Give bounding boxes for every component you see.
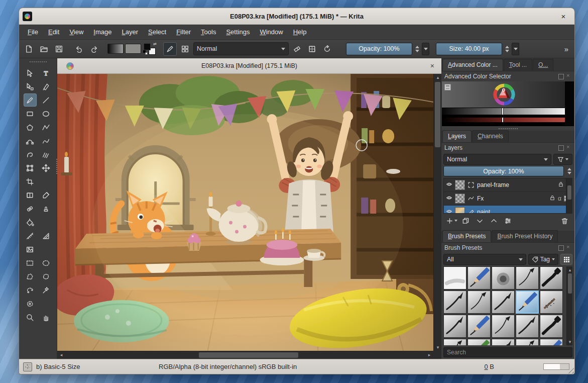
float-docker-icon[interactable]: [558, 74, 564, 79]
add-layer-button[interactable]: [445, 215, 457, 226]
layer-opacity-slider[interactable]: Opacity: 100%: [443, 166, 564, 176]
layer-row-selected[interactable]: paint α: [444, 206, 572, 214]
menu-image[interactable]: Image: [89, 26, 116, 38]
brush-preset-pencil-blue[interactable]: [540, 339, 563, 345]
shade-strip-gray[interactable]: [442, 108, 565, 115]
open-document-button[interactable]: [37, 42, 51, 56]
canvas-artwork[interactable]: [57, 74, 433, 351]
scroll-up-arrow[interactable]: ▴: [567, 266, 573, 273]
move-layer-down-button[interactable]: [474, 215, 486, 226]
brush-preset-pen[interactable]: [443, 315, 466, 338]
tool-multibrush[interactable]: [40, 148, 53, 161]
current-brush-icon[interactable]: [23, 362, 32, 371]
menu-tools[interactable]: Tools: [196, 26, 220, 38]
scroll-up-arrow[interactable]: ▴: [434, 74, 442, 81]
tool-reference-images[interactable]: [24, 243, 37, 256]
layers-docker-header[interactable]: Layers: [441, 143, 574, 153]
tool-select-rectangular[interactable]: [24, 256, 37, 269]
menu-filter[interactable]: Filter: [172, 26, 195, 38]
brush-preset-ink[interactable]: [516, 266, 539, 290]
tool-freehand-brush[interactable]: [24, 93, 37, 107]
brush-preset-pencil-blue[interactable]: [516, 291, 539, 314]
tool-pattern-stamp[interactable]: [40, 202, 53, 215]
brush-presets-header[interactable]: Brush Presets: [441, 243, 574, 253]
tool-dynamic-brush[interactable]: [24, 148, 37, 161]
scroll-down-arrow[interactable]: ▾: [434, 344, 442, 351]
reload-preset-button[interactable]: [320, 42, 334, 56]
default-colors-icon[interactable]: [143, 50, 148, 55]
tool-polygon[interactable]: [24, 121, 37, 134]
tab-channels[interactable]: Channels: [472, 130, 509, 142]
scroll-left-arrow[interactable]: ◂: [57, 351, 65, 358]
layer-filter-button[interactable]: [553, 154, 572, 165]
tool-transform[interactable]: [24, 161, 37, 174]
value-column[interactable]: [565, 81, 574, 126]
size-dropdown-button[interactable]: [512, 43, 519, 55]
window-close-button[interactable]: ×: [558, 11, 568, 21]
window-titlebar[interactable]: E08P03.kra [Modified] (175.1 MiB) * — Kr…: [19, 8, 574, 25]
tool-polyline[interactable]: [40, 121, 53, 134]
close-docker-icon[interactable]: [566, 245, 571, 251]
menu-window[interactable]: Window: [255, 26, 287, 38]
duplicate-layer-button[interactable]: [459, 215, 472, 226]
pattern-chooser[interactable]: [125, 44, 141, 54]
gradient-chooser[interactable]: [107, 44, 124, 54]
tab-brush-presets[interactable]: Brush Presets: [442, 230, 491, 242]
toolbox-drag-handle[interactable]: [30, 61, 47, 63]
brush-preset-ink[interactable]: [492, 315, 515, 338]
tool-calligraphy[interactable]: [40, 80, 53, 93]
float-docker-icon[interactable]: [558, 245, 564, 251]
layer-visibility-icon[interactable]: [446, 195, 452, 203]
tool-select-freehand[interactable]: [40, 270, 53, 283]
tool-move[interactable]: [40, 161, 53, 174]
tab-brush-preset-history[interactable]: Brush Preset History: [492, 230, 558, 242]
tool-fill[interactable]: [24, 216, 37, 229]
tab-overview[interactable]: O...: [533, 59, 553, 71]
layer-opacity-spinner[interactable]: [566, 168, 572, 174]
tool-gradient[interactable]: [24, 188, 37, 202]
tool-ellipse[interactable]: [40, 107, 53, 120]
brush-preset-pen[interactable]: [516, 315, 539, 338]
blending-mode-select[interactable]: Normal: [193, 42, 289, 55]
new-document-button[interactable]: [22, 42, 36, 56]
brush-preset-ink[interactable]: [443, 339, 466, 345]
eraser-mode-button[interactable]: [290, 42, 304, 56]
tab-layers[interactable]: Layers: [442, 130, 472, 142]
layer-properties-button[interactable]: [502, 215, 514, 226]
scroll-down-arrow[interactable]: ▾: [567, 338, 573, 345]
save-button[interactable]: [52, 42, 66, 56]
tool-crop[interactable]: [24, 175, 37, 188]
menu-settings[interactable]: Settings: [221, 26, 254, 38]
color-selector-settings-icon[interactable]: [444, 84, 451, 90]
color-wheel[interactable]: [492, 82, 516, 107]
subwindow-close-button[interactable]: ×: [430, 62, 434, 70]
grid-view-toggle-button[interactable]: [560, 254, 572, 265]
tab-advanced-color-selector[interactable]: Advanced Color ...: [442, 59, 503, 71]
brush-preset-ink[interactable]: [467, 291, 491, 314]
menu-file[interactable]: File: [23, 26, 43, 38]
opacity-dropdown-button[interactable]: [422, 43, 429, 55]
tool-assistants[interactable]: [40, 229, 53, 242]
tool-select-shapes[interactable]: [24, 66, 37, 79]
canvas-horizontal-scrollbar[interactable]: ◂ ▸: [57, 351, 433, 359]
subwindow-titlebar[interactable]: E08P03.kra [Modified] (175.1 MiB) ×: [57, 58, 441, 74]
layer-name[interactable]: Fx: [477, 195, 547, 202]
close-docker-icon[interactable]: [566, 74, 571, 79]
tool-color-sampler[interactable]: [40, 188, 53, 202]
brush-preset-marker[interactable]: [540, 315, 563, 338]
brush-scroll-thumb[interactable]: [568, 273, 572, 294]
undo-button[interactable]: [72, 42, 86, 56]
redo-button[interactable]: [87, 42, 101, 56]
float-docker-icon[interactable]: [558, 145, 564, 151]
shade-strip-red[interactable]: [442, 118, 565, 122]
size-spinner[interactable]: [504, 46, 510, 52]
toolbar-overflow-button[interactable]: »: [561, 45, 571, 53]
layer-scroll-thumb[interactable]: [567, 185, 571, 200]
brush-preset-pencil-blue[interactable]: [467, 266, 491, 290]
brush-preset-soft[interactable]: [492, 266, 515, 290]
workspace-chooser-button[interactable]: [178, 42, 192, 56]
advanced-color-selector[interactable]: [442, 81, 574, 126]
tab-tool-options[interactable]: Tool ...: [504, 59, 532, 71]
advanced-color-selector-header[interactable]: Advanced Color Selector: [441, 71, 574, 81]
layer-blending-mode-select[interactable]: Normal: [443, 154, 551, 165]
